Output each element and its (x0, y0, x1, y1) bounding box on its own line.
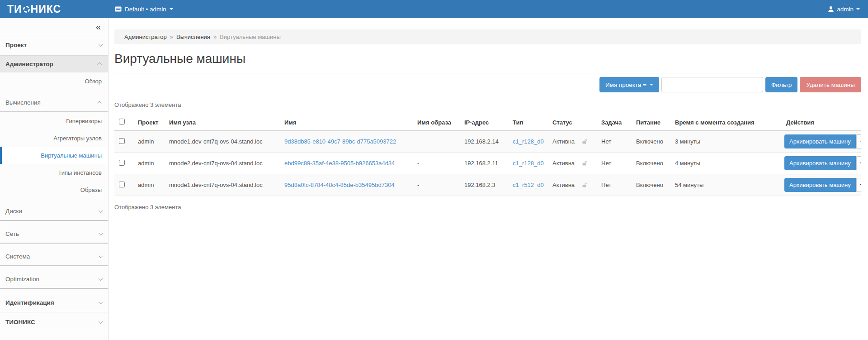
sidebar-panel-tionix[interactable]: ТИОНИКС (0, 312, 108, 332)
caret-down-icon (650, 84, 653, 86)
sidebar-group-volumes[interactable]: Диски (0, 202, 108, 221)
column-header-name[interactable]: Имя (281, 113, 414, 131)
cell-ip: 192.168.2.11 (461, 153, 509, 174)
row-actions-dropdown-toggle[interactable] (856, 134, 861, 148)
vm-name-link[interactable]: 95d8a0fc-8784-48c4-85de-b35495bd7304 (284, 182, 395, 188)
cell-host: mnode2.dev-cnt7q-ovs-04.stand.loc (165, 153, 281, 174)
row-checkbox[interactable] (119, 160, 125, 166)
display-icon (115, 6, 122, 12)
user-menu[interactable]: admin (828, 6, 860, 13)
group-label: Optimization (5, 276, 39, 283)
sidebar-item-virtual-machines[interactable]: Виртуальные машины (0, 147, 108, 164)
context-label: Default • admin (125, 6, 166, 13)
cell-project: admin (134, 153, 165, 174)
sidebar-group-compute[interactable]: Вычисления (0, 93, 108, 112)
filter-button[interactable]: Фильтр (765, 77, 797, 92)
chevron-down-icon (99, 300, 103, 304)
unlocked-icon (582, 160, 588, 166)
sidebar-panel-project[interactable]: Проект (0, 35, 108, 55)
filter-input[interactable] (661, 77, 763, 92)
sidebar-item-images[interactable]: Образы (0, 181, 108, 198)
row-actions-dropdown-toggle[interactable] (856, 178, 861, 192)
cell-age: 54 минуты (671, 174, 783, 196)
top-header-bar: ТИНИКС Default • admin admin (0, 0, 868, 18)
chevron-down-icon (99, 254, 103, 258)
row-checkbox[interactable] (119, 138, 125, 144)
archive-machine-button[interactable]: Архивировать машину (784, 178, 856, 192)
virtual-machines-table: Проект Имя узла Имя Имя образа IP-адрес … (114, 113, 861, 196)
brand-pinwheel-icon (23, 6, 30, 13)
caret-down-icon (860, 184, 861, 186)
user-icon (828, 6, 834, 12)
group-label: Диски (5, 208, 22, 215)
column-header-ip[interactable]: IP-адрес (461, 113, 509, 131)
cell-age: 3 минуты (671, 131, 783, 153)
cell-image: - (414, 174, 461, 196)
column-header-flavor[interactable]: Тип (509, 113, 549, 131)
vm-name-link[interactable]: 9d38db85-e810-49c7-89bc-d775a5093722 (284, 138, 396, 145)
column-header-project[interactable]: Проект (134, 113, 165, 131)
column-header-image[interactable]: Имя образа (414, 113, 461, 131)
status-text: Активна (552, 160, 575, 167)
sidebar-item-host-aggregates[interactable]: Агрегаторы узлов (0, 129, 108, 147)
status-text: Активна (552, 138, 575, 145)
sidebar-group-optimization[interactable]: Optimization (0, 270, 108, 289)
panel-label: Проект (5, 42, 27, 48)
column-header-status[interactable]: Статус (549, 113, 598, 131)
page-title: Виртуальные машины (114, 52, 861, 66)
sidebar-item-hypervisors[interactable]: Гипервизоры (0, 112, 108, 129)
delete-machines-button[interactable]: Удалить машины (800, 77, 861, 92)
group-label: Система (5, 253, 30, 260)
breadcrumb-separator: » (170, 34, 173, 40)
sidebar-item-overview[interactable]: Обзор (0, 72, 108, 90)
vm-name-link[interactable]: ebd99c89-35af-4e38-9505-b926653a4d34 (284, 160, 395, 167)
chevron-down-icon (99, 319, 103, 324)
panel-label: Администратор (5, 61, 53, 67)
status-text: Активна (552, 182, 575, 188)
filter-field-dropdown[interactable]: Имя проекта = (599, 77, 659, 92)
column-header-power[interactable]: Питание (632, 113, 671, 131)
cell-project: admin (134, 131, 165, 153)
flavor-link[interactable]: c1_r128_d0 (513, 160, 544, 167)
cell-project: admin (134, 174, 165, 196)
caret-down-icon (170, 8, 173, 10)
domain-project-switcher[interactable]: Default • admin (115, 6, 173, 13)
group-label: Вычисления (5, 99, 41, 106)
main-content: Администратор»Вычисления»Виртуальные маш… (108, 18, 868, 340)
sidebar-group-system[interactable]: Система (0, 247, 108, 266)
flavor-link[interactable]: c1_r128_d0 (513, 138, 544, 145)
breadcrumb-admin[interactable]: Администратор (124, 34, 167, 40)
sidebar-collapse-button[interactable]: « (96, 22, 101, 31)
column-header-task[interactable]: Задача (598, 113, 632, 131)
filter-field-label: Имя проекта = (605, 81, 646, 88)
breadcrumb: Администратор»Вычисления»Виртуальные маш… (114, 29, 861, 44)
sidebar-group-network[interactable]: Сеть (0, 225, 108, 244)
column-header-host[interactable]: Имя узла (165, 113, 281, 131)
cell-image: - (414, 131, 461, 153)
select-all-checkbox[interactable] (119, 119, 125, 125)
group-label: Сеть (5, 230, 19, 237)
sidebar-panel-admin[interactable]: Администратор (0, 55, 108, 72)
title-divider (114, 73, 861, 73)
items-count-bottom: Отображено 3 элемента (114, 204, 861, 211)
archive-machine-button[interactable]: Архивировать машину (784, 134, 856, 148)
panel-label: ТИОНИКС (5, 319, 35, 326)
cell-task: Нет (598, 153, 632, 174)
table-row: admin mnode1.dev-cnt7q-ovs-04.stand.loc … (114, 131, 861, 153)
sidebar-panel-identity[interactable]: Идентификация (0, 293, 108, 312)
breadcrumb-compute[interactable]: Вычисления (176, 34, 210, 40)
cell-age: 4 минуты (671, 153, 783, 174)
table-row: admin mnode2.dev-cnt7q-ovs-04.stand.loc … (114, 153, 861, 174)
column-header-age[interactable]: Время с момента создания (671, 113, 783, 131)
archive-machine-button[interactable]: Архивировать машину (784, 156, 856, 170)
cell-power: Включено (632, 131, 671, 153)
cell-task: Нет (598, 131, 632, 153)
flavor-link[interactable]: c1_r512_d0 (513, 182, 544, 188)
sidebar-item-flavors[interactable]: Типы инстансов (0, 164, 108, 181)
chevron-down-icon (99, 42, 103, 47)
brand-logo[interactable]: ТИНИКС (0, 3, 108, 15)
brand-text-left: ТИ (7, 3, 22, 15)
items-count-top: Отображено 3 элемента (114, 101, 861, 108)
row-checkbox[interactable] (119, 182, 125, 187)
row-actions-dropdown-toggle[interactable] (856, 156, 861, 170)
